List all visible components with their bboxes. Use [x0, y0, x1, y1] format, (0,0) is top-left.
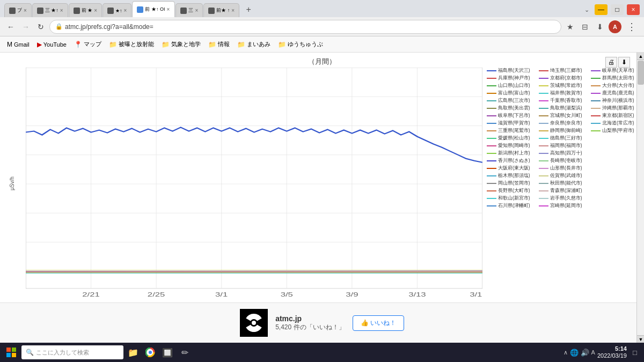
legend-item: 滋賀県(甲賀市)	[487, 120, 537, 127]
bookmark-youtube[interactable]: ▶ YouTube	[34, 40, 69, 49]
folder-icon-2: 📁	[162, 41, 170, 48]
bookmark-folder-5[interactable]: 📁 ゆうちゅうぶ	[275, 39, 326, 49]
site-name: atmc.jp	[275, 314, 345, 323]
like-btn[interactable]: 👍 いいね！	[353, 315, 404, 331]
tab-2[interactable]: 三 ★↑ ×	[32, 3, 68, 17]
sys-tray: ∧ 🌐 🔊 A 5:14 2022/03/19 □	[564, 345, 641, 359]
file-explorer-btn[interactable]: 📁	[126, 345, 141, 360]
search-icon: 🔍	[26, 349, 34, 356]
tab-1[interactable]: プ ×	[4, 3, 32, 17]
scrollbar[interactable]: ▲ ▼	[636, 53, 644, 343]
legend-item: 愛知県(岡崎市)	[487, 143, 537, 149]
volume-icon: 🔊	[581, 349, 589, 357]
tray-chevron[interactable]: ∧	[564, 349, 568, 356]
legend-item: 岐阜県(下呂市)	[487, 113, 537, 119]
bookmark-folder-1-label: 被曝と放射能	[119, 40, 154, 48]
scrollbar-thumb[interactable]	[638, 61, 644, 85]
clock-time: 5:14	[597, 345, 627, 352]
tab-overflow-btn[interactable]: ⌄	[582, 5, 591, 14]
legend-item: 沖縄県(那覇市)	[591, 105, 641, 112]
svg-text:3/17: 3/17	[470, 291, 482, 298]
site-logo	[240, 309, 268, 337]
profile-btn[interactable]: A	[609, 20, 621, 33]
folder-icon-3: 📁	[208, 41, 216, 48]
menu-btn[interactable]: ⋮	[624, 20, 640, 34]
chrome-taskbar-btn[interactable]	[143, 345, 158, 360]
page-content: （月間） 🖨 ⬇ μSv/h	[0, 53, 644, 343]
reload-btn[interactable]: ↻	[34, 20, 47, 33]
tab-3[interactable]: 前 ★ ×	[69, 3, 102, 17]
search-box[interactable]: 🔍 ここに入力して検索	[21, 345, 123, 359]
lock-icon: 🔒	[55, 23, 63, 30]
back-btn[interactable]: ←	[4, 20, 17, 33]
start-btn[interactable]	[3, 344, 19, 360]
bookmark-folder-4[interactable]: 📁 まいあみ	[235, 39, 273, 49]
bookmark-folder-3[interactable]: 📁 情報	[206, 39, 232, 49]
svg-rect-39	[12, 353, 16, 357]
tab-5[interactable]: 三 ×	[175, 3, 203, 17]
legend-item: 京都府(京都市)	[539, 75, 589, 82]
legend-item: 高知県(四万十)	[539, 150, 589, 157]
battery-icon: A	[591, 349, 595, 356]
tab-6[interactable]: 前★ ↑ ×	[203, 3, 239, 17]
download-btn[interactable]: ⬇	[594, 20, 606, 33]
chart-region: （月間） 🖨 ⬇ μSv/h	[0, 53, 644, 302]
svg-rect-37	[12, 348, 16, 352]
bookmark-gmail[interactable]: M Gmail	[4, 40, 32, 49]
legend-item: 佐賀県(武雄市)	[539, 173, 589, 179]
legend-item: 秋田県(能代市)	[539, 180, 589, 187]
svg-rect-0	[26, 68, 482, 289]
site-likes: 5,420 件の「いいね！」	[275, 323, 345, 332]
svg-text:3/1: 3/1	[215, 291, 228, 298]
bookmark-star-btn[interactable]: ★	[564, 20, 576, 33]
minimize-btn[interactable]: —	[595, 4, 608, 15]
legend-item: 長野県(大町市)	[487, 188, 537, 194]
notification-btn[interactable]: □	[629, 346, 641, 358]
print-btn[interactable]: 🖨	[605, 57, 617, 68]
search-placeholder: ここに入力して検索	[36, 349, 89, 357]
legend-item: 岐阜県(天草市)	[591, 68, 641, 74]
legend-item: 新潟県(村上市)	[487, 150, 537, 157]
bookmark-folder-2[interactable]: 📁 気象と地学	[159, 39, 203, 49]
gmail-icon: M	[7, 41, 12, 48]
svg-text:3/9: 3/9	[346, 291, 358, 298]
bookmark-folder-5-label: ゆうちゅうぶ	[288, 40, 323, 48]
scrollbar-down-btn[interactable]: ▼	[637, 335, 644, 343]
legend-item: 青森県(深浦町)	[539, 188, 589, 194]
bookmark-maps[interactable]: 📍 マップ	[71, 39, 104, 49]
bookmark-folder-1[interactable]: 📁 被曝と放射能	[106, 39, 157, 49]
close-btn[interactable]: ×	[627, 4, 640, 15]
y-axis: μSv/h	[3, 68, 26, 299]
legend-item: 山口県(山口市)	[487, 83, 537, 89]
svg-text:3/13: 3/13	[408, 291, 426, 298]
browser-window: プ × 三 ★↑ × 前 ★ × ★↑ × 前 ★↑ OI × 三 ×	[0, 0, 644, 362]
footer-section: atmc.jp 5,420 件の「いいね！」 👍 いいね！	[0, 302, 644, 343]
legend-item: 千葉県(香取市)	[539, 98, 589, 104]
youtube-icon: ▶	[37, 41, 42, 48]
tab-active[interactable]: 前 ★↑ OI ×	[132, 1, 175, 17]
legend-item: 群馬県(太田市)	[591, 75, 641, 82]
bookmark-gmail-label: Gmail	[14, 41, 30, 48]
legend-item: 鳥取県(湯梨浜)	[539, 105, 589, 112]
legend-item: 兵庫県(神戸市)	[487, 75, 537, 82]
legend-item: 富山県(富山市)	[487, 90, 537, 97]
legend-item: 愛媛県(松山市)	[487, 135, 537, 142]
legend-item: 栃木県(那須塩)	[487, 173, 537, 179]
forward-btn[interactable]: →	[19, 20, 32, 33]
another-taskbar-btn[interactable]: ✏	[177, 345, 192, 360]
bookmark-folder-3-label: 情報	[218, 40, 230, 48]
legend-item: 北海道(常広市)	[591, 120, 641, 127]
scrollbar-up-btn[interactable]: ▲	[637, 53, 644, 60]
tab-4[interactable]: ★↑ ×	[103, 3, 131, 17]
new-tab-btn[interactable]: +	[241, 2, 256, 17]
url-box[interactable]: 🔒 atmc.jp/prefs.cgi?a=all&mode=	[49, 20, 561, 34]
plot-area: 7 6 5 4 3 2 1 0 -1	[26, 68, 482, 299]
maximize-btn[interactable]: □	[611, 4, 624, 15]
other-taskbar-btn[interactable]: 🔲	[160, 345, 175, 360]
legend-item: 鹿児島(鹿児島)	[591, 90, 641, 97]
reader-mode-btn[interactable]: ⊟	[579, 20, 591, 33]
download-chart-btn[interactable]: ⬇	[618, 57, 630, 68]
tab-bar: プ × 三 ★↑ × 前 ★ × ★↑ × 前 ★↑ OI × 三 ×	[0, 0, 644, 17]
legend-item: 大阪府(東大阪)	[487, 165, 537, 172]
legend-item: 香川県(さぬき)	[487, 158, 537, 164]
